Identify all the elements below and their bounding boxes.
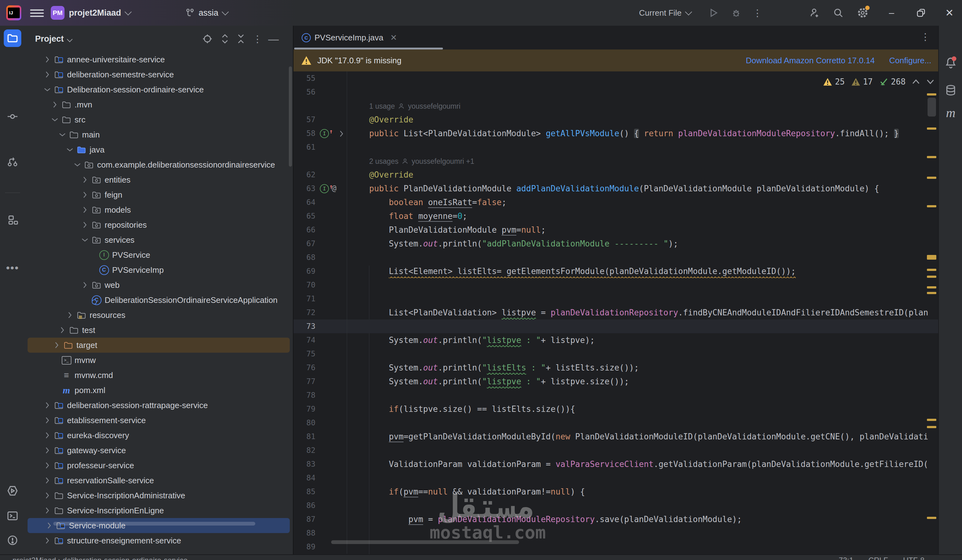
editor-row-86[interactable]: 86	[294, 499, 939, 512]
editor-row-61[interactable]: 61	[294, 140, 939, 154]
line-number[interactable]: 78	[294, 391, 319, 400]
warning-stripe-mark[interactable]	[927, 517, 936, 519]
gutter[interactable]	[319, 526, 347, 540]
next-problem-button[interactable]	[926, 78, 935, 85]
editor-row-69[interactable]: 69List<Element> listElts= getElementsFor…	[294, 264, 939, 278]
editor-row-82[interactable]: 82	[294, 444, 939, 457]
chevron-collapsed-icon[interactable]	[44, 402, 51, 409]
editor-row-76[interactable]: 76System.out.println("listElts : "+ list…	[294, 361, 939, 374]
inspections-widget[interactable]: 25 17 268	[823, 77, 935, 86]
editor-row-85[interactable]: 85if(pvm==null && validationParam!=null)…	[294, 485, 939, 499]
gutter[interactable]	[319, 306, 347, 320]
tree-item-feign[interactable]: feign	[26, 187, 293, 202]
code-line-79[interactable]: if(listpve.size() == listElts.size()){	[347, 402, 939, 416]
gutter[interactable]	[319, 430, 347, 444]
editor-row-87[interactable]: 87pvm = planDeValidationModuleRepository…	[294, 512, 939, 526]
weak-warnings-counter[interactable]: 17	[851, 77, 873, 86]
inlay-hint-line[interactable]: 2 usagesyoussefelgoumri +1	[347, 154, 939, 168]
chevron-collapsed-icon[interactable]	[44, 537, 51, 544]
tree-item-Service-InscriptionAdministrative[interactable]: Service-InscriptionAdministrative	[26, 488, 293, 503]
project-switcher[interactable]: projet2Miaad	[69, 0, 131, 26]
tree-item-target[interactable]: target	[27, 337, 290, 353]
chevron-expanded-icon[interactable]	[74, 161, 81, 168]
chevron-collapsed-icon[interactable]	[81, 207, 88, 213]
warning-stripe-mark[interactable]	[927, 419, 936, 421]
code-line-64[interactable]: boolean oneIsRatt=false;	[347, 195, 939, 209]
terminal-tool-button[interactable]	[4, 507, 21, 524]
problems-tool-button[interactable]	[4, 531, 21, 549]
line-number[interactable]: 74	[294, 336, 319, 345]
editor-row-78[interactable]: 78	[294, 388, 939, 402]
code-line-77[interactable]: System.out.println("listpve : "+ listpve…	[347, 374, 939, 388]
tree-item-deliberation-semestre-service[interactable]: deliberation-semestre-service	[26, 67, 293, 82]
code-line-68[interactable]	[347, 250, 939, 264]
warning-stripe-mark[interactable]	[927, 426, 936, 428]
code-line-83[interactable]: ValidationParam validationParam = valPar…	[347, 457, 939, 471]
editor-vertical-scrollbar[interactable]	[928, 98, 936, 116]
code-editor[interactable]: 55561 usageyoussefelgoumri57@Override58I…	[294, 71, 939, 554]
tab-options-button[interactable]: ⋮	[921, 31, 930, 42]
chevron-collapsed-icon[interactable]	[66, 311, 73, 318]
editor-row-70[interactable]: 70	[294, 278, 939, 292]
line-number[interactable]: 75	[294, 350, 319, 358]
chevron-collapsed-icon[interactable]	[44, 56, 51, 63]
code-line-62[interactable]: @Override	[347, 168, 939, 182]
project-tool-button[interactable]	[4, 29, 21, 47]
line-number[interactable]: 81	[294, 432, 319, 441]
gutter[interactable]	[319, 168, 347, 182]
tree-item-java[interactable]: java	[26, 142, 293, 157]
tree-item-repositories[interactable]: repositories	[26, 217, 293, 232]
debug-button[interactable]	[727, 0, 745, 26]
editor-row-81[interactable]: 81pvm=getPlanDeValidationModuleById(new …	[294, 430, 939, 444]
editor-row-74[interactable]: 74System.out.println("listpve : "+ listp…	[294, 333, 939, 347]
line-number[interactable]: 72	[294, 308, 319, 317]
chevron-collapsed-icon[interactable]	[44, 432, 51, 439]
gutter[interactable]: I↑@	[319, 182, 347, 195]
warning-stripe-mark[interactable]	[927, 292, 936, 294]
gutter[interactable]	[319, 512, 347, 526]
inlay-hint-line[interactable]: 1 usageyoussefelgoumri	[347, 99, 939, 113]
code-line-72[interactable]: List<PlanDeValidation> listpve = planDeV…	[347, 306, 939, 320]
gutter[interactable]	[319, 402, 347, 416]
gutter[interactable]	[319, 292, 347, 306]
gutter[interactable]	[319, 499, 347, 512]
run-configuration-selector[interactable]: Current File	[639, 0, 691, 26]
editor-row-77[interactable]: 77System.out.println("listpve : "+ listp…	[294, 374, 939, 388]
run-button[interactable]	[705, 0, 722, 26]
editor-row-66[interactable]: 66PlanDeValidationModule pvm=null;	[294, 223, 939, 237]
editor-row-84[interactable]: 84	[294, 471, 939, 485]
gutter[interactable]	[319, 471, 347, 485]
tree-item-PVService[interactable]: IPVService	[26, 247, 293, 263]
code-line-81[interactable]: pvm=getPlanDeValidationModuleById(new Pl…	[347, 430, 939, 444]
code-line-69[interactable]: List<Element> listElts= getElementsForMo…	[347, 264, 939, 278]
line-number[interactable]: 85	[294, 487, 319, 496]
tab-close-icon[interactable]: ✕	[390, 33, 397, 43]
editor-row-58[interactable]: 58I↑public List<PlanDeValidationModule> …	[294, 126, 939, 140]
tree-horizontal-scrollbar[interactable]	[53, 522, 255, 526]
notifications-button[interactable]	[943, 55, 959, 71]
gutter[interactable]	[319, 457, 347, 471]
gutter[interactable]	[319, 444, 347, 457]
warning-stripe-mark[interactable]	[927, 286, 936, 289]
tree-item-structure-enseignement-service[interactable]: structure-enseignement-service	[26, 533, 293, 548]
close-button[interactable]: ✕	[941, 0, 958, 26]
usages-inlay[interactable]: 1 usageyoussefelgoumri	[369, 99, 460, 113]
code-line-70[interactable]	[347, 278, 939, 292]
editor-row-56[interactable]: 56	[294, 85, 939, 99]
line-number[interactable]: 77	[294, 377, 319, 386]
editor-row-68[interactable]: 68	[294, 250, 939, 264]
code-line-65[interactable]: float moyenne=0;	[347, 209, 939, 223]
code-line-78[interactable]	[347, 388, 939, 402]
editor-row-64[interactable]: 64boolean oneIsRatt=false;	[294, 195, 939, 209]
code-line-74[interactable]: System.out.println("listpve : "+ listpve…	[347, 333, 939, 347]
code-line-57[interactable]: @Override	[347, 113, 939, 126]
code-with-me-button[interactable]	[806, 0, 823, 26]
project-panel-title[interactable]: Project	[35, 34, 64, 44]
chevron-collapsed-icon[interactable]	[44, 507, 51, 514]
warning-stripe-mark[interactable]	[927, 127, 936, 130]
gutter[interactable]	[319, 113, 347, 126]
chevron-collapsed-icon[interactable]	[53, 342, 60, 349]
usages-inlay[interactable]: 2 usagesyoussefelgoumri +1	[369, 154, 474, 168]
code-line-82[interactable]	[347, 444, 939, 457]
chevron-collapsed-icon[interactable]	[338, 130, 345, 137]
